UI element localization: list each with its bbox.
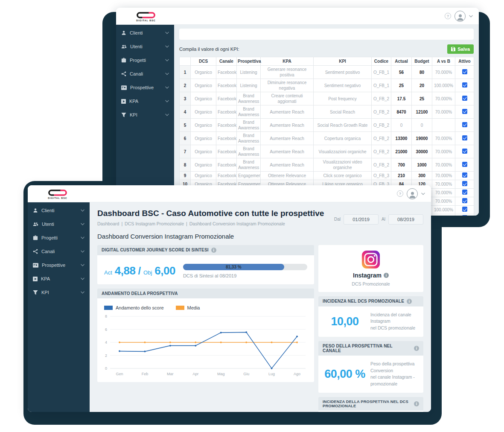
- sidebar-item-kpi[interactable]: KPI: [116, 108, 174, 122]
- clienti-icon: [121, 30, 126, 35]
- table-cell-kpi: Copertura organica: [314, 132, 372, 145]
- table-cell-dcs: Organico: [191, 119, 216, 132]
- table-row: 7OrganicoFacebookBrand AwarenessAumentar…: [180, 145, 474, 158]
- table-cell-prospettiva: Brand Awareness: [237, 119, 261, 132]
- sidebar-item-canali[interactable]: Canali: [28, 245, 90, 258]
- svg-text:Ago: Ago: [294, 372, 300, 376]
- help-icon[interactable]: ?: [397, 190, 403, 197]
- table-cell-kpa: Diminuire resonance negativa: [261, 79, 314, 92]
- attivo-checkbox[interactable]: [462, 190, 467, 195]
- table-cell-canale: Facebook: [216, 79, 237, 92]
- table-header-cell: KPI: [314, 57, 372, 66]
- table-cell-dcs: Organico: [191, 66, 216, 79]
- attivo-checkbox[interactable]: [462, 135, 467, 140]
- stat-card-header: PESO DELLA PROSPETTIVA NEL CANALE: [323, 344, 411, 353]
- date-to-input[interactable]: [388, 214, 423, 225]
- sidebar-item-prospettive[interactable]: Prospettive: [116, 81, 174, 94]
- sidebar-item-prospettive[interactable]: Prospettive: [28, 258, 90, 272]
- table-cell-avsb: 70.000%: [432, 105, 455, 119]
- logo-icon: [46, 189, 69, 196]
- kpa-icon: [121, 99, 126, 104]
- info-icon[interactable]: i: [407, 299, 412, 304]
- empty-panel: [179, 29, 474, 40]
- save-button[interactable]: Salva: [447, 44, 474, 54]
- table-cell-actual: 17.5: [391, 92, 412, 105]
- clienti-icon: [33, 208, 38, 213]
- table-cell-dcs: Organico: [191, 105, 216, 119]
- breadcrumb-item[interactable]: Dashboard: [97, 221, 119, 226]
- table-cell-budget: 19000: [412, 132, 432, 145]
- help-icon[interactable]: ?: [445, 13, 451, 19]
- table-cell-n: 3: [180, 92, 191, 105]
- sidebar-item-utenti[interactable]: Utenti: [116, 40, 174, 53]
- attivo-checkbox[interactable]: [462, 122, 467, 127]
- dcs-actual-value: 4,88: [115, 264, 136, 277]
- sidebar-item-label: KPA: [41, 276, 50, 281]
- chevron-down-icon: [81, 223, 84, 225]
- sidebar-item-kpa[interactable]: KPA: [116, 94, 174, 108]
- chevron-down-icon: [165, 114, 169, 116]
- sidebar-item-progetti[interactable]: Progetti: [116, 53, 174, 67]
- table-cell-codice: O_FB_2: [372, 158, 391, 172]
- avatar[interactable]: [454, 11, 466, 22]
- sidebar-item-clienti[interactable]: Clienti: [116, 26, 174, 40]
- sidebar-item-canali[interactable]: Canali: [116, 67, 174, 81]
- table-cell-kpi: Social Reach: [314, 105, 372, 119]
- breadcrumb-item[interactable]: Dashboard Conversion Instagram Promozion…: [189, 221, 285, 226]
- stat-card-header: INCIDENZA DELLA PROSPETTIVA NEL DCS PROM…: [323, 400, 411, 408]
- sidebar-item-progetti[interactable]: Progetti: [28, 231, 90, 245]
- info-icon[interactable]: i: [414, 346, 419, 351]
- stat-card-incidenza-prospettiva: INCIDENZA DELLA PROSPETTIVA NEL DCS PROM…: [318, 397, 423, 412]
- page-title: Dashboard BSC - Caso Automotive con tutt…: [97, 208, 324, 219]
- info-icon[interactable]: i: [414, 401, 419, 406]
- attivo-checkbox[interactable]: [462, 162, 467, 167]
- sidebar-item-label: Clienti: [41, 208, 55, 213]
- table-header-cell: Prospettiva: [237, 57, 261, 66]
- attivo-checkbox[interactable]: [462, 215, 467, 216]
- sidebar-item-utenti[interactable]: Utenti: [28, 217, 90, 231]
- sidebar-nav: ClientiUtentiProgettiCanaliProspettiveKP…: [28, 202, 90, 412]
- utenti-icon: [33, 222, 38, 227]
- date-from-input[interactable]: [344, 214, 379, 225]
- avatar[interactable]: [407, 188, 418, 199]
- table-cell-canale: Facebook: [216, 158, 237, 172]
- attivo-checkbox[interactable]: [462, 82, 467, 88]
- user-icon: [456, 12, 465, 21]
- table-header-cell: DCS: [191, 57, 216, 66]
- table-cell-prospettiva: Engagement: [237, 172, 261, 180]
- table-row: 1OrganicoFacebookListeningGenerare reson…: [180, 66, 474, 79]
- table-row: 6OrganicoFacebookBrand AwarenessAumentar…: [180, 132, 474, 145]
- info-icon[interactable]: i: [211, 248, 216, 253]
- canali-icon: [121, 71, 126, 76]
- app-logo: DIGITAL BSC: [28, 188, 87, 199]
- chevron-down-icon[interactable]: [469, 15, 473, 18]
- info-icon[interactable]: i: [384, 273, 389, 278]
- attivo-checkbox[interactable]: [462, 149, 467, 154]
- dcs-score: Act 4,88 / Obj 6,00: [104, 264, 175, 277]
- table-cell-budget: 1000: [412, 158, 432, 172]
- attivo-checkbox[interactable]: [462, 198, 467, 203]
- chevron-down-icon[interactable]: [421, 193, 425, 195]
- attivo-checkbox[interactable]: [462, 172, 467, 178]
- table-cell-canale: Facebook: [216, 145, 237, 158]
- table-cell-kpa: Ottenere Relevance: [261, 172, 314, 180]
- attivo-checkbox[interactable]: [462, 109, 467, 114]
- chevron-down-icon: [81, 236, 84, 239]
- dashboard-main: Dashboard BSC - Caso Automotive con tutt…: [90, 202, 431, 412]
- kpi-icon: [121, 113, 126, 117]
- attivo-checkbox[interactable]: [462, 96, 467, 101]
- svg-text:0: 0: [105, 366, 107, 371]
- attivo-checkbox[interactable]: [462, 69, 467, 74]
- sidebar-item-kpi[interactable]: KPI: [28, 286, 90, 299]
- breadcrumb-item[interactable]: DCS Instagram Promozionale: [125, 221, 184, 226]
- table-cell-canale: Facebook: [216, 119, 237, 132]
- sidebar-item-kpa[interactable]: KPA: [28, 272, 90, 286]
- table-cell-actual: 13300: [391, 132, 412, 145]
- table-cell-budget: 12100: [412, 105, 432, 119]
- sidebar-item-clienti[interactable]: Clienti: [28, 204, 90, 217]
- attivo-checkbox[interactable]: [462, 181, 467, 186]
- table-cell-kpa: Aumentare Reach: [261, 105, 314, 119]
- dcs-caption: DCS di Sintesi al 08/2019: [183, 273, 307, 278]
- attivo-checkbox[interactable]: [462, 207, 467, 212]
- table-header-cell: Budget: [412, 57, 432, 66]
